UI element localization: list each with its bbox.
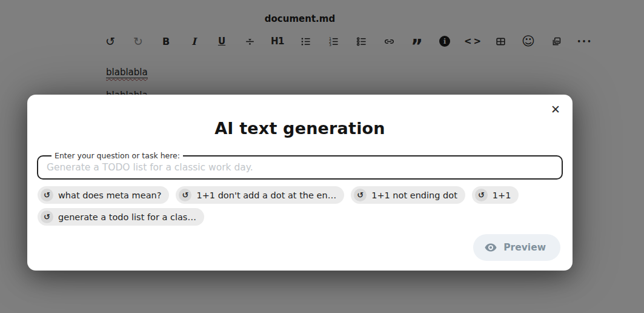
close-icon: ✕ [551,103,560,116]
chip-row: ↺ generate a todo list for a clas… [38,208,563,226]
preview-button[interactable]: Preview [473,234,560,261]
chip-label: generate a todo list for a clas… [58,212,196,222]
history-chip[interactable]: ↺ 1+1 [472,186,519,204]
history-icon: ↺ [475,189,488,201]
app-window: document.md ↺ ↻ B I U H1 1 2 [0,0,644,313]
close-button[interactable]: ✕ [548,101,563,117]
chip-row: ↺ what does meta mean? ↺ 1+1 don't add a… [38,186,563,204]
history-icon: ↺ [41,189,53,201]
history-icon: ↺ [354,189,367,201]
history-icon: ↺ [179,189,191,201]
ai-text-generation-dialog: ✕ AI text generation Enter your question… [27,95,573,271]
prompt-field-label: Enter your question or task here: [51,151,183,160]
dialog-title: AI text generation [27,119,573,138]
chip-label: what does meta mean? [58,190,161,200]
history-chip[interactable]: ↺ 1+1 don't add a dot at the en… [176,186,344,204]
chip-label: 1+1 don't add a dot at the en… [196,190,336,200]
preview-label: Preview [503,242,546,253]
chip-label: 1+1 [493,190,511,200]
history-chips: ↺ what does meta mean? ↺ 1+1 don't add a… [38,186,563,226]
prompt-field: Enter your question or task here: [37,151,563,180]
eye-icon [484,241,497,254]
history-chip[interactable]: ↺ what does meta mean? [38,186,169,204]
history-chip[interactable]: ↺ generate a todo list for a clas… [38,208,204,226]
prompt-input[interactable] [45,160,554,173]
history-chip[interactable]: ↺ 1+1 not ending dot [351,186,465,204]
chip-label: 1+1 not ending dot [371,190,457,200]
history-icon: ↺ [41,210,53,223]
